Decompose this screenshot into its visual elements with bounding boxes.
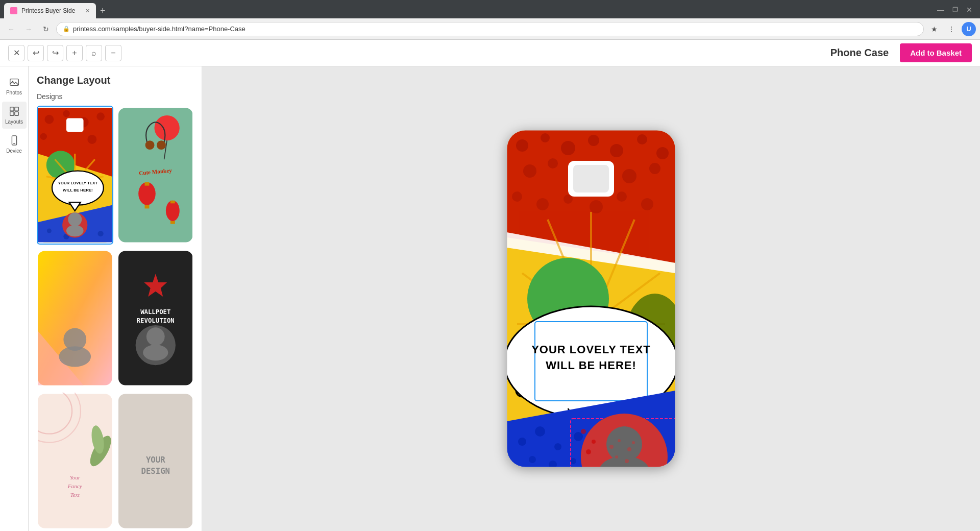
svg-point-125 [518,438,526,446]
reload-button[interactable]: ↻ [39,22,53,36]
svg-text:Your: Your [69,474,80,480]
tab-favicon [10,7,17,14]
svg-point-152 [586,449,591,454]
undo-button[interactable]: ↩ [28,45,44,61]
design-thumb-comic[interactable]: YOUR LOVELY TEXT WILL BE HERE! [37,106,113,245]
sidebar-item-photos[interactable]: Photos [2,73,27,100]
svg-point-36 [154,115,179,140]
svg-text:YOUR LOVELY TEXT: YOUR LOVELY TEXT [58,181,98,185]
svg-point-56 [143,345,168,360]
svg-point-87 [536,198,549,210]
forward-button[interactable]: → [21,22,36,36]
user-avatar[interactable]: U [966,25,971,33]
phone-case-preview[interactable]: YOUR LOVELY TEXT WILL BE HERE! [507,130,675,467]
design-thumb-fancy[interactable]: Your Fancy Text [37,392,113,530]
svg-point-88 [564,195,573,204]
design-thumb-wallpoet[interactable]: WALLPOET REVOLUTION [117,249,194,388]
svg-point-150 [581,429,586,434]
zoom-in-button[interactable]: + [66,45,83,61]
svg-point-77 [610,144,623,157]
svg-text:YOUR: YOUR [145,454,165,464]
design-thumb-cute-monkey[interactable]: Cute Monkey [117,106,194,245]
svg-point-144 [609,445,614,449]
svg-point-133 [529,456,536,463]
svg-rect-45 [170,221,175,224]
svg-rect-4 [10,112,13,115]
tab-close-icon[interactable]: ✕ [85,8,90,14]
svg-point-14 [40,133,46,140]
svg-rect-5 [14,112,18,115]
svg-point-149 [632,441,635,444]
back-button[interactable]: ← [4,22,18,36]
svg-point-39 [156,140,165,150]
svg-point-76 [588,135,599,146]
browser-menu-button[interactable]: ⋮ [944,22,959,36]
design-thumb-your-design[interactable]: YOUR DESIGN [117,392,194,530]
svg-point-79 [656,147,669,159]
svg-text:Text: Text [70,491,80,497]
svg-text:YOUR LOVELY TEXT: YOUR LOVELY TEXT [531,343,651,356]
svg-point-11 [63,110,69,117]
svg-point-51 [59,346,91,367]
photos-label: Photos [6,90,22,95]
svg-point-151 [592,440,596,444]
svg-point-148 [625,459,629,463]
sidebar-item-device[interactable]: Device [2,131,27,158]
address-bar[interactable]: 🔒 printess.com/samples/buyer-side.html?n… [56,22,924,36]
svg-point-28 [47,229,52,233]
svg-point-74 [541,133,550,142]
svg-point-147 [615,455,618,458]
zoom-search-button[interactable]: ⌕ [86,45,102,61]
svg-rect-44 [170,201,175,204]
active-tab[interactable]: Printess Buyer Side ✕ [4,3,96,18]
svg-point-55 [146,327,164,346]
canvas-area: YOUR LOVELY TEXT WILL BE HERE! [202,66,980,531]
zoom-out-button[interactable]: − [105,45,121,61]
svg-text:WILL BE HERE!: WILL BE HERE! [546,359,636,372]
svg-rect-16 [66,118,84,132]
svg-point-128 [574,432,583,441]
svg-rect-2 [10,107,13,111]
svg-point-91 [641,198,653,210]
svg-point-86 [512,191,522,202]
svg-point-84 [622,169,636,183]
designs-section-label: Designs [37,92,193,101]
svg-point-34 [66,225,84,236]
svg-rect-93 [573,165,609,192]
svg-point-85 [649,163,660,174]
redo-button[interactable]: ↪ [47,45,63,61]
lock-icon: 🔒 [63,26,70,32]
restore-button[interactable]: ❐ [948,3,962,16]
svg-point-10 [44,115,54,124]
add-to-basket-button[interactable]: Add to Basket [900,43,972,62]
panel-title: Change Layout [37,75,193,86]
sidebar-item-layouts[interactable]: Layouts [2,102,27,129]
svg-point-81 [548,158,558,168]
address-url: printess.com/samples/buyer-side.html?nam… [73,25,246,33]
layouts-label: Layouts [5,119,23,125]
minimize-button[interactable]: — [934,3,947,16]
photos-icon [9,77,20,88]
svg-rect-42 [144,205,149,209]
svg-text:REVOLUTION: REVOLUTION [136,317,174,324]
svg-point-146 [627,447,631,451]
new-tab-button[interactable]: + [96,6,110,16]
svg-point-40 [138,182,156,205]
layout-panel: Change Layout Designs [29,66,202,531]
design-grid: YOUR LOVELY TEXT WILL BE HERE! [37,106,193,530]
svg-point-43 [165,201,179,221]
svg-point-33 [68,212,82,226]
close-editor-button[interactable]: ✕ [8,45,24,61]
svg-point-38 [145,140,154,150]
svg-text:Fancy: Fancy [67,483,82,489]
svg-rect-3 [14,107,18,111]
svg-point-13 [96,112,105,120]
design-thumb-gradient[interactable] [37,249,113,388]
bookmark-star-button[interactable]: ★ [927,22,941,36]
svg-text:WALLPOET: WALLPOET [140,308,170,315]
close-button[interactable]: ✕ [963,3,976,16]
svg-point-145 [618,439,621,442]
svg-rect-41 [144,182,149,186]
layouts-icon [9,106,20,117]
svg-point-127 [554,443,561,450]
